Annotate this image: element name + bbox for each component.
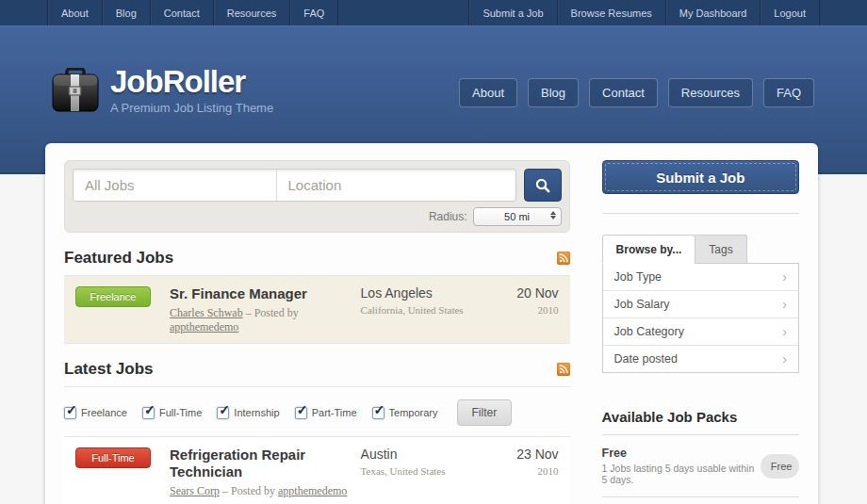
checkbox-icon[interactable] bbox=[142, 407, 155, 419]
job-type-badge[interactable]: Freelance bbox=[75, 286, 151, 307]
radius-select[interactable]: 50 mi bbox=[473, 207, 562, 226]
checkbox-icon[interactable] bbox=[217, 407, 229, 419]
filter-full-time[interactable]: Full-Time bbox=[142, 407, 202, 419]
job-date-day: 23 Nov bbox=[500, 447, 559, 462]
job-date: 20 Nov 2010 bbox=[500, 285, 559, 316]
sidebar: Submit a Job Browse by... Tags Job Type … bbox=[602, 160, 799, 504]
rss-icon[interactable] bbox=[557, 252, 570, 265]
job-pack-free: Free 1 Jobs lasting 5 days usable within… bbox=[602, 435, 799, 497]
job-city: Austin bbox=[361, 447, 500, 462]
tab-browse-by[interactable]: Browse by... bbox=[602, 235, 696, 264]
pack-price-badge[interactable]: Free bbox=[761, 454, 799, 479]
job-row[interactable]: Full-Time Refrigeration Repair Technicia… bbox=[64, 437, 570, 504]
job-date: 23 Nov 2010 bbox=[500, 447, 559, 477]
site-title: JobRoller bbox=[110, 66, 273, 99]
keywords-input[interactable] bbox=[74, 170, 277, 201]
featured-jobs-header: Featured Jobs bbox=[64, 249, 570, 276]
utility-bar: About Blog Contact Resources FAQ Submit … bbox=[0, 0, 867, 25]
header-resources-button[interactable]: Resources bbox=[668, 78, 753, 107]
pack-name: Free bbox=[602, 447, 761, 460]
filter-freelance[interactable]: Freelance bbox=[64, 407, 127, 419]
job-packs-title: Available Job Packs bbox=[602, 409, 799, 435]
browse-item-job-type[interactable]: Job Type › bbox=[603, 264, 798, 290]
submit-job-button[interactable]: Submit a Job bbox=[602, 160, 799, 194]
company-link[interactable]: Charles Schwab bbox=[170, 306, 243, 319]
search-inputs bbox=[73, 169, 516, 202]
browse-item-job-category[interactable]: Job Category › bbox=[603, 317, 798, 345]
pack-info: Free 1 Jobs lasting 5 days usable within… bbox=[602, 447, 761, 485]
utility-nav-right: Submit a Job Browse Resumes My Dashboard… bbox=[468, 0, 820, 25]
company-link[interactable]: Sears Corp bbox=[170, 484, 220, 497]
job-region: California, United States bbox=[361, 304, 500, 316]
job-city: Los Angeles bbox=[361, 285, 500, 301]
header-blog-button[interactable]: Blog bbox=[528, 78, 579, 107]
topbar-faq-link[interactable]: FAQ bbox=[289, 0, 338, 25]
topbar-resources-link[interactable]: Resources bbox=[213, 0, 290, 25]
job-info: Sr. Finance Manager Charles Schwab – Pos… bbox=[170, 285, 361, 334]
briefcase-icon bbox=[52, 68, 99, 112]
search-button[interactable] bbox=[524, 169, 562, 202]
topbar-logout-link[interactable]: Logout bbox=[760, 0, 820, 25]
chevron-right-icon: › bbox=[782, 325, 787, 338]
job-meta: Sears Corp – Posted by appthemedemo bbox=[170, 484, 361, 498]
checkbox-icon[interactable] bbox=[295, 407, 307, 419]
job-type-badge[interactable]: Full-Time bbox=[75, 447, 151, 468]
filter-temporary[interactable]: Temporary bbox=[372, 407, 438, 419]
browse-item-label: Job Salary bbox=[614, 298, 670, 311]
logo-text: JobRoller A Premium Job Listing Theme bbox=[110, 66, 273, 115]
browse-item-date-posted[interactable]: Date posted › bbox=[603, 345, 798, 372]
radius-value: 50 mi bbox=[504, 211, 530, 222]
radius-label: Radius: bbox=[429, 210, 467, 223]
filter-label: Full-Time bbox=[159, 407, 202, 418]
utility-nav-left: About Blog Contact Resources FAQ bbox=[47, 0, 338, 25]
job-meta: Charles Schwab – Posted by appthemedemo bbox=[170, 306, 361, 334]
latest-jobs-header: Latest Jobs bbox=[64, 360, 570, 387]
browse-item-label: Job Category bbox=[614, 325, 684, 338]
job-region: Texas, United States bbox=[361, 465, 500, 477]
filter-label: Part-Time bbox=[312, 407, 357, 418]
job-title-link[interactable]: Sr. Finance Manager bbox=[170, 285, 307, 301]
posted-by-text: – Posted by bbox=[246, 306, 299, 319]
filter-label: Internship bbox=[234, 407, 279, 418]
job-title-link[interactable]: Refrigeration Repair Technician bbox=[170, 447, 305, 480]
pack-description: 1 Jobs lasting 5 days usable within 5 da… bbox=[602, 463, 761, 485]
browse-item-job-salary[interactable]: Job Salary › bbox=[603, 290, 798, 317]
divider bbox=[602, 213, 799, 214]
checkbox-icon[interactable] bbox=[372, 407, 384, 419]
topbar-blog-link[interactable]: Blog bbox=[102, 0, 150, 25]
chevron-right-icon: › bbox=[782, 270, 787, 284]
browse-item-label: Job Type bbox=[614, 270, 663, 284]
filter-button[interactable]: Filter bbox=[457, 399, 513, 426]
header-contact-button[interactable]: Contact bbox=[589, 78, 658, 107]
browse-tabs: Browse by... Tags bbox=[602, 235, 799, 263]
author-link[interactable]: appthemedemo bbox=[278, 484, 347, 497]
rss-icon[interactable] bbox=[557, 363, 570, 376]
site-tagline: A Premium Job Listing Theme bbox=[110, 101, 273, 115]
job-date-day: 20 Nov bbox=[500, 285, 559, 301]
filter-label: Temporary bbox=[389, 407, 438, 418]
header-about-button[interactable]: About bbox=[459, 78, 517, 107]
checkbox-icon[interactable] bbox=[64, 407, 76, 419]
badge-column: Freelance bbox=[75, 285, 170, 307]
latest-jobs-title: Latest Jobs bbox=[64, 360, 153, 379]
location-input[interactable] bbox=[277, 170, 515, 201]
job-pack-gold: Gold bbox=[602, 497, 799, 504]
site-logo[interactable]: JobRoller A Premium Job Listing Theme bbox=[52, 66, 273, 115]
chevron-right-icon: › bbox=[782, 298, 787, 311]
topbar-my-dashboard-link[interactable]: My Dashboard bbox=[665, 0, 761, 25]
job-location: Austin Texas, United States bbox=[361, 447, 500, 477]
topbar-contact-link[interactable]: Contact bbox=[150, 0, 213, 25]
topbar-submit-job-link[interactable]: Submit a Job bbox=[468, 0, 556, 25]
author-link[interactable]: appthemedemo bbox=[170, 320, 238, 333]
filter-part-time[interactable]: Part-Time bbox=[295, 407, 357, 419]
topbar-about-link[interactable]: About bbox=[47, 0, 102, 25]
topbar-browse-resumes-link[interactable]: Browse Resumes bbox=[557, 0, 665, 25]
header-faq-button[interactable]: FAQ bbox=[763, 78, 814, 107]
featured-jobs-title: Featured Jobs bbox=[64, 249, 173, 268]
tab-tags[interactable]: Tags bbox=[695, 235, 746, 263]
featured-job-row[interactable]: Freelance Sr. Finance Manager Charles Sc… bbox=[64, 276, 570, 344]
job-location: Los Angeles California, United States bbox=[361, 285, 500, 316]
posted-by-text: – Posted by bbox=[222, 484, 275, 497]
filter-internship[interactable]: Internship bbox=[217, 407, 279, 419]
job-date-year: 2010 bbox=[500, 304, 559, 316]
